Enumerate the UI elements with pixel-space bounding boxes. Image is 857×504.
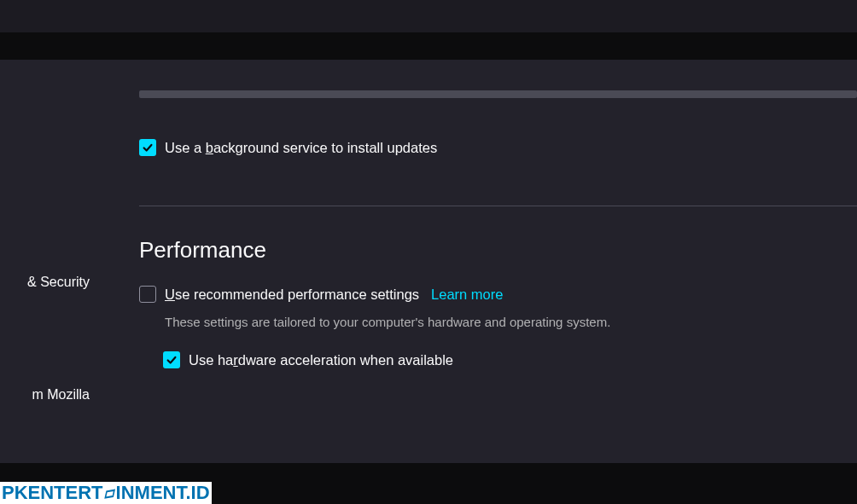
setting-recommended-performance: Use recommended performance settings Lea…: [139, 286, 857, 303]
recommended-performance-label[interactable]: Use recommended performance settings: [165, 287, 419, 303]
learn-more-link[interactable]: Learn more: [431, 287, 503, 303]
setting-background-service: Use a background service to install upda…: [139, 139, 857, 156]
sidebar-item-more-from-mozilla[interactable]: m Mozilla: [0, 380, 90, 409]
watermark-text: PKENTERT▱INMENT.ID: [2, 482, 210, 504]
setting-hardware-acceleration: Use hardware acceleration when available: [163, 351, 857, 368]
background-service-label[interactable]: Use a background service to install upda…: [165, 140, 437, 156]
sidebar-item-label: m Mozilla: [32, 387, 90, 402]
settings-panel: & Security m Mozilla Use a background se…: [0, 60, 857, 463]
window-header-bar: [0, 0, 857, 32]
check-icon: [142, 142, 154, 154]
sidebar-item-label: & Security: [27, 275, 90, 289]
sidebar: & Security m Mozilla: [0, 60, 90, 463]
update-progress-bar: [139, 90, 857, 98]
hardware-accel-checkbox[interactable]: [163, 351, 180, 368]
performance-heading: Performance: [139, 237, 857, 264]
background-service-checkbox[interactable]: [139, 139, 156, 156]
section-divider: [139, 206, 857, 206]
watermark: PKENTERT▱INMENT.ID: [0, 482, 212, 504]
recommended-performance-checkbox[interactable]: [139, 286, 156, 303]
sidebar-item-privacy-security[interactable]: & Security: [0, 268, 90, 297]
performance-description: These settings are tailored to your comp…: [165, 315, 857, 329]
settings-content: Use a background service to install upda…: [90, 60, 857, 463]
hardware-accel-label[interactable]: Use hardware acceleration when available: [189, 352, 453, 368]
check-icon: [166, 354, 178, 366]
